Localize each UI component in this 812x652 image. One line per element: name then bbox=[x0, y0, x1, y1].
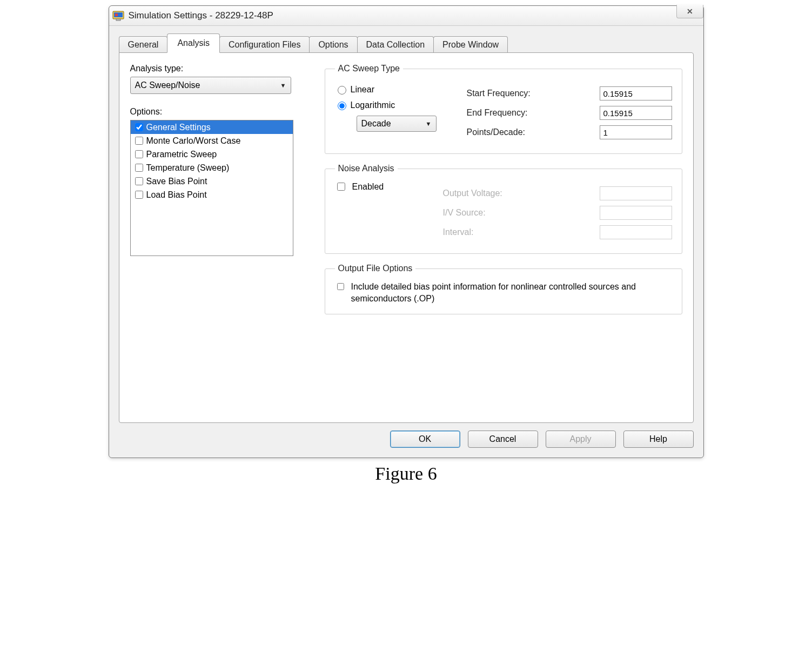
window-title: Simulation Settings - 28229-12-48P bbox=[129, 10, 273, 21]
radio-linear-row[interactable]: Linear bbox=[335, 84, 465, 95]
option-monte-carlo[interactable]: Monte Carlo/Worst Case bbox=[131, 134, 293, 147]
option-monte-carlo-check[interactable] bbox=[135, 137, 143, 145]
dialog-buttons: OK Cancel Apply Help bbox=[119, 431, 694, 448]
option-load-bias-point[interactable]: Load Bias Point bbox=[131, 188, 293, 201]
radio-linear[interactable] bbox=[338, 86, 346, 95]
help-button[interactable]: Help bbox=[623, 431, 694, 448]
dialog-window: Simulation Settings - 28229-12-48P ✕ Gen… bbox=[109, 5, 704, 458]
chevron-down-icon: ▼ bbox=[280, 82, 286, 89]
option-label: Load Bias Point bbox=[146, 190, 207, 200]
analysis-type-value: AC Sweep/Noise bbox=[135, 80, 200, 90]
points-decade-input[interactable] bbox=[600, 125, 672, 139]
option-save-bias-point-check[interactable] bbox=[135, 177, 143, 185]
radio-logarithmic[interactable] bbox=[338, 102, 346, 110]
interval-label: Interval: bbox=[443, 227, 474, 237]
output-file-group: Output File Options Include detailed bia… bbox=[325, 264, 682, 314]
noise-enabled-row[interactable]: Enabled bbox=[335, 181, 421, 193]
tab-options[interactable]: Options bbox=[309, 36, 357, 53]
cancel-button[interactable]: Cancel bbox=[468, 431, 538, 448]
option-save-bias-point[interactable]: Save Bias Point bbox=[131, 174, 293, 188]
radio-linear-label: Linear bbox=[351, 85, 374, 95]
noise-legend: Noise Analysis bbox=[335, 164, 398, 173]
iv-source-label: I/V Source: bbox=[443, 208, 486, 218]
ok-button[interactable]: OK bbox=[390, 431, 460, 448]
iv-source-input bbox=[600, 206, 672, 220]
output-file-legend: Output File Options bbox=[335, 264, 416, 273]
option-temperature-sweep-check[interactable] bbox=[135, 164, 143, 172]
start-freq-label: Start Frequency: bbox=[467, 89, 531, 98]
noise-enabled-label: Enabled bbox=[352, 181, 384, 193]
log-scale-combo[interactable]: Decade ▼ bbox=[357, 116, 437, 132]
end-freq-input[interactable] bbox=[600, 106, 672, 120]
option-general-settings[interactable]: General Settings bbox=[131, 120, 293, 134]
output-voltage-input bbox=[600, 186, 672, 200]
svg-rect-2 bbox=[115, 14, 118, 16]
ac-sweep-group: AC Sweep Type Linear Logarithmic bbox=[325, 64, 682, 154]
tab-configuration-files[interactable]: Configuration Files bbox=[219, 36, 310, 53]
apply-button[interactable]: Apply bbox=[546, 431, 616, 448]
ac-sweep-legend: AC Sweep Type bbox=[335, 64, 403, 73]
tab-probe-window[interactable]: Probe Window bbox=[433, 36, 508, 53]
tab-general[interactable]: General bbox=[119, 36, 168, 53]
noise-enabled-check[interactable] bbox=[337, 183, 345, 191]
options-label: Options: bbox=[130, 107, 308, 117]
option-label: General Settings bbox=[146, 123, 211, 132]
titlebar: Simulation Settings - 28229-12-48P ✕ bbox=[109, 6, 703, 26]
figure-caption: Figure 6 bbox=[0, 463, 812, 484]
option-general-settings-check[interactable] bbox=[135, 123, 143, 131]
log-scale-value: Decade bbox=[361, 119, 391, 129]
option-parametric-sweep[interactable]: Parametric Sweep bbox=[131, 147, 293, 161]
svg-rect-3 bbox=[116, 19, 120, 21]
analysis-type-combo[interactable]: AC Sweep/Noise ▼ bbox=[130, 77, 291, 94]
right-column: AC Sweep Type Linear Logarithmic bbox=[325, 64, 682, 314]
tab-data-collection[interactable]: Data Collection bbox=[357, 36, 434, 53]
option-label: Monte Carlo/Worst Case bbox=[146, 136, 241, 146]
end-freq-label: End Frequency: bbox=[467, 108, 528, 118]
noise-analysis-group: Noise Analysis Enabled Output Voltage: bbox=[325, 164, 682, 254]
option-parametric-sweep-check[interactable] bbox=[135, 150, 143, 158]
option-label: Temperature (Sweep) bbox=[146, 163, 230, 173]
interval-input bbox=[600, 225, 672, 239]
output-voltage-label: Output Voltage: bbox=[443, 189, 502, 198]
option-load-bias-point-check[interactable] bbox=[135, 191, 143, 199]
close-icon: ✕ bbox=[687, 7, 693, 16]
analysis-type-label: Analysis type: bbox=[130, 64, 308, 73]
tab-strip: General Analysis Configuration Files Opt… bbox=[119, 33, 694, 53]
close-button[interactable]: ✕ bbox=[676, 5, 703, 18]
include-detail-row[interactable]: Include detailed bias point information … bbox=[335, 281, 672, 305]
radio-log-label: Logarithmic bbox=[351, 100, 395, 110]
option-label: Save Bias Point bbox=[146, 177, 207, 186]
options-listbox[interactable]: General Settings Monte Carlo/Worst Case … bbox=[130, 120, 293, 256]
left-column: Analysis type: AC Sweep/Noise ▼ Options:… bbox=[130, 64, 308, 256]
option-label: Parametric Sweep bbox=[146, 150, 217, 159]
chevron-down-icon: ▼ bbox=[426, 120, 432, 127]
start-freq-input[interactable] bbox=[600, 86, 672, 100]
include-detail-label: Include detailed bias point information … bbox=[351, 281, 672, 305]
option-temperature-sweep[interactable]: Temperature (Sweep) bbox=[131, 161, 293, 174]
app-icon bbox=[112, 10, 124, 22]
radio-log-row[interactable]: Logarithmic bbox=[335, 100, 465, 110]
points-decade-label: Points/Decade: bbox=[467, 127, 526, 137]
include-detail-check[interactable] bbox=[337, 283, 344, 291]
tab-analysis[interactable]: Analysis bbox=[167, 33, 220, 53]
analysis-panel: Analysis type: AC Sweep/Noise ▼ Options:… bbox=[119, 52, 694, 423]
dialog-content: General Analysis Configuration Files Opt… bbox=[109, 26, 703, 458]
